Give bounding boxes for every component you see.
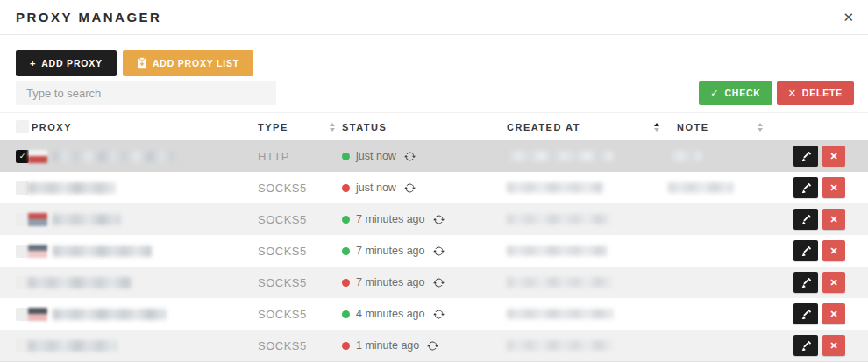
created-at-redacted <box>507 277 612 288</box>
country-flag-icon <box>28 308 47 321</box>
check-button[interactable]: ✓ CHECK <box>699 81 772 105</box>
delete-proxy-button[interactable]: ✕ <box>822 209 845 230</box>
proxy-address-redacted <box>53 214 121 225</box>
proxy-address-redacted <box>53 246 152 257</box>
titlebar: PROXY MANAGER ✕ <box>0 0 868 35</box>
add-proxy-label: ADD PROXY <box>41 58 103 68</box>
table-row: SOCKS5 1 minute ago ✕ <box>0 330 868 361</box>
add-proxy-list-label: ADD PROXY LIST <box>153 58 239 68</box>
table-row: SOCKS5 4 minutes ago ✕ <box>0 298 868 330</box>
delete-proxy-button[interactable]: ✕ <box>822 335 845 356</box>
edit-proxy-button[interactable] <box>793 335 818 356</box>
row-delete-x-icon: ✕ <box>829 246 837 257</box>
sort-icon-type[interactable] <box>330 123 335 132</box>
pencil-icon <box>801 183 811 193</box>
proxy-type: SOCKS5 <box>258 339 307 352</box>
row-checkbox[interactable] <box>16 245 29 258</box>
status-dot <box>342 310 350 318</box>
close-icon[interactable]: ✕ <box>843 11 854 24</box>
sort-icon-note[interactable] <box>758 123 763 132</box>
table-row: SOCKS5 7 minutes ago ✕ <box>0 203 868 235</box>
delete-proxy-button[interactable]: ✕ <box>822 272 845 293</box>
edit-proxy-button[interactable] <box>793 146 818 167</box>
edit-proxy-button[interactable] <box>793 272 818 293</box>
check-icon: ✓ <box>710 88 719 99</box>
row-delete-x-icon: ✕ <box>829 277 837 288</box>
edit-proxy-button[interactable] <box>793 209 818 230</box>
edit-proxy-button[interactable] <box>793 240 818 261</box>
delete-proxy-button[interactable]: ✕ <box>822 177 845 198</box>
status-text: 7 minutes ago <box>356 213 425 225</box>
plus-icon: + <box>30 58 36 68</box>
country-flag-icon <box>28 213 47 226</box>
refresh-icon[interactable] <box>433 309 445 320</box>
status-dot <box>342 184 350 192</box>
status-text: just now <box>356 182 396 194</box>
status-text: just now <box>356 150 396 162</box>
proxy-type: SOCKS5 <box>258 245 307 258</box>
toolbar-buttons: + ADD PROXY ADD PROXY LIST <box>16 50 868 76</box>
add-proxy-button[interactable]: + ADD PROXY <box>16 50 117 76</box>
delete-proxy-button[interactable]: ✕ <box>822 303 845 324</box>
column-header-type: TYPE <box>258 122 288 132</box>
page-title: PROXY MANAGER <box>16 10 161 25</box>
delete-proxy-button[interactable]: ✕ <box>822 146 845 167</box>
created-at-redacted <box>507 309 614 319</box>
column-header-note: NOTE <box>668 122 709 132</box>
country-flag-icon <box>28 150 47 163</box>
delete-proxy-button[interactable]: ✕ <box>822 240 845 261</box>
proxy-manager-panel: PROXY MANAGER ✕ + ADD PROXY ADD PROXY LI… <box>0 0 868 363</box>
proxy-address-redacted <box>28 340 117 352</box>
status-dot <box>342 279 350 287</box>
check-label: CHECK <box>724 88 760 98</box>
refresh-icon[interactable] <box>433 214 445 225</box>
row-checkbox[interactable] <box>16 182 29 195</box>
pencil-icon <box>801 310 811 319</box>
note-redacted <box>668 182 734 193</box>
refresh-icon[interactable] <box>433 277 445 288</box>
row-delete-x-icon: ✕ <box>829 309 837 320</box>
pencil-icon <box>801 152 811 161</box>
row-checkbox[interactable] <box>16 308 29 321</box>
refresh-icon[interactable] <box>404 182 416 194</box>
status-text: 7 minutes ago <box>356 245 425 257</box>
row-checkbox[interactable]: ✓ <box>16 150 29 163</box>
proxy-type: SOCKS5 <box>258 308 307 321</box>
x-icon: ✕ <box>788 88 797 99</box>
proxy-address-redacted <box>28 277 132 288</box>
status-dot <box>342 153 350 160</box>
proxy-address-redacted <box>53 151 175 162</box>
pencil-icon <box>801 341 811 351</box>
refresh-icon[interactable] <box>433 246 445 257</box>
table-row: ✓ HTTP just now <box>0 140 868 172</box>
row-checkbox[interactable] <box>16 213 29 226</box>
table-row: SOCKS5 7 minutes ago ✕ <box>0 267 868 298</box>
edit-proxy-button[interactable] <box>793 177 818 198</box>
created-at-redacted <box>507 214 609 224</box>
created-at-redacted <box>507 340 612 351</box>
pencil-icon <box>801 278 811 288</box>
search-input[interactable] <box>16 81 276 105</box>
select-all-checkbox[interactable] <box>16 120 29 133</box>
add-proxy-list-button[interactable]: ADD PROXY LIST <box>123 50 253 76</box>
row-checkbox[interactable] <box>16 339 29 352</box>
refresh-icon[interactable] <box>427 340 438 352</box>
proxy-type: SOCKS5 <box>258 213 307 226</box>
country-flag-icon <box>28 245 47 258</box>
sort-icon-created-at[interactable] <box>654 123 659 132</box>
proxy-address-redacted <box>53 309 167 320</box>
row-delete-x-icon: ✕ <box>829 182 837 194</box>
delete-button[interactable]: ✕ DELETE <box>777 81 854 105</box>
edit-proxy-button[interactable] <box>793 303 818 324</box>
row-delete-x-icon: ✕ <box>829 340 837 352</box>
created-at-redacted <box>507 182 603 193</box>
proxy-type: HTTP <box>258 150 289 163</box>
proxy-type: SOCKS5 <box>258 182 307 195</box>
delete-label: DELETE <box>802 88 843 98</box>
row-checkbox[interactable] <box>16 276 29 289</box>
toolbar-search-row: ✓ CHECK ✕ DELETE <box>16 81 854 105</box>
status-dot <box>342 247 350 255</box>
column-header-status: STATUS <box>342 122 387 132</box>
table-body: ✓ HTTP just now <box>0 140 868 362</box>
refresh-icon[interactable] <box>404 151 416 162</box>
